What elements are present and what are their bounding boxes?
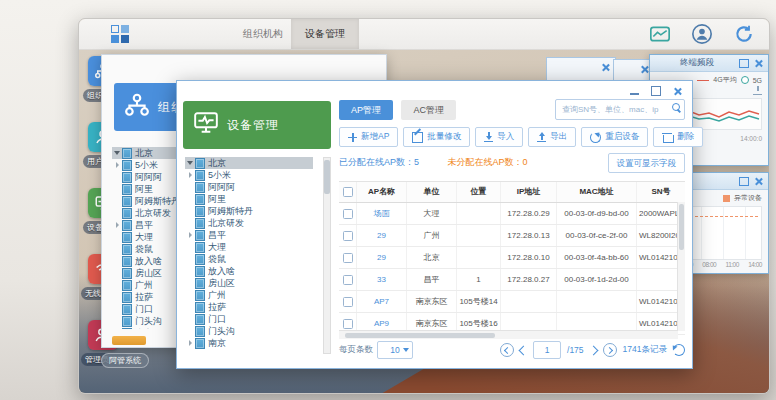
chart-icon[interactable] — [649, 23, 671, 45]
tree-item[interactable]: 阿里 — [185, 193, 323, 205]
minimize-icon[interactable] — [630, 88, 639, 95]
previous-page-button[interactable] — [519, 345, 529, 355]
maximize-icon[interactable] — [651, 86, 661, 96]
tree-item[interactable]: 5小米 — [185, 169, 323, 181]
row-checkbox[interactable] — [343, 275, 353, 285]
ap-name-link[interactable]: 33 — [357, 269, 407, 290]
dialog-right-pane: AP管理 AC管理 新增AP批量修改导入导出重启设备删除 已分配在线AP数：5 … — [339, 99, 685, 362]
refresh-icon[interactable] — [733, 23, 755, 45]
row-checkbox[interactable] — [343, 253, 353, 263]
tree-item[interactable]: 阿阿阿 — [185, 181, 323, 193]
total-pages: /175 — [567, 345, 584, 355]
tree-item-label: 门头沟 — [208, 325, 235, 337]
caret-right-icon — [189, 232, 192, 238]
tree-scrollbar[interactable] — [323, 157, 331, 354]
tree-item[interactable]: 阿姆斯特丹 — [185, 205, 323, 217]
table-cell: 105号楼14 — [457, 291, 501, 312]
building-icon — [195, 326, 205, 337]
row-checkbox-cell — [339, 225, 357, 246]
building-icon — [122, 244, 132, 255]
page-number-input[interactable] — [533, 341, 561, 359]
table-row[interactable]: AP7南京东区105号楼14WL014210F328000 — [339, 291, 685, 313]
tree-item[interactable]: 房山区 — [185, 277, 323, 289]
building-icon — [195, 278, 205, 289]
tree-item[interactable]: 大理 — [185, 241, 323, 253]
download-icon[interactable] — [753, 86, 762, 95]
ap-name-link[interactable]: 场面 — [357, 203, 407, 224]
edit-icon — [412, 132, 423, 143]
tree-item[interactable]: 北京研发 — [185, 217, 323, 229]
search-input[interactable] — [560, 101, 664, 118]
tab-ap-management[interactable]: AP管理 — [339, 100, 393, 120]
table-vertical-scrollbar[interactable] — [677, 202, 685, 331]
close-icon[interactable] — [754, 59, 763, 68]
table-horizontal-scrollbar[interactable] — [339, 330, 678, 339]
ap-ac-tabs: AP管理 AC管理 — [339, 99, 685, 121]
table-row[interactable]: 33昌平1172.28.0.2700-03-0f-1d-2d-00 — [339, 269, 685, 291]
tree-item[interactable]: 放入啥 — [185, 265, 323, 277]
ap-name-link[interactable]: 29 — [357, 225, 407, 246]
per-page-label: 每页条数 — [339, 344, 373, 356]
tree-item[interactable]: 广州 — [185, 289, 323, 301]
add-ap-button[interactable]: 新增AP — [339, 127, 398, 147]
row-checkbox[interactable] — [343, 297, 353, 307]
user-account-icon[interactable] — [691, 23, 713, 45]
popout-icon[interactable] — [739, 177, 749, 186]
tab-ac-management[interactable]: AC管理 — [401, 100, 456, 120]
search-icon[interactable] — [672, 103, 680, 111]
device-monitor-icon — [193, 111, 219, 139]
tree-item-label: 阿阿阿 — [208, 181, 235, 193]
desktop: 组织机构 设备管理 组织机构用户管理设备管理无线网络配置管理员管理 — [0, 0, 776, 400]
table-cell: 广州 — [407, 225, 457, 246]
tree-item[interactable]: 南京 — [185, 337, 323, 349]
tree-item[interactable]: 昌平 — [185, 229, 323, 241]
column-header: 位置 — [457, 182, 501, 202]
app-logo-icon — [111, 25, 129, 43]
delete-button[interactable]: 删除 — [653, 127, 703, 147]
column-header: SN号 — [637, 182, 685, 202]
close-icon[interactable] — [640, 65, 649, 74]
toolbar-button-label: 导出 — [550, 131, 567, 143]
ap-name-link[interactable]: 29 — [357, 247, 407, 268]
restart-icon — [590, 132, 601, 143]
tree-caret — [185, 340, 195, 346]
close-icon[interactable] — [601, 63, 610, 72]
restart-device-button[interactable]: 重启设备 — [581, 127, 648, 147]
building-icon — [122, 256, 132, 267]
export-button[interactable]: 导出 — [528, 127, 576, 147]
tree-item[interactable]: 门头沟 — [185, 325, 323, 337]
row-checkbox[interactable] — [343, 231, 353, 241]
tree-item[interactable]: 拉萨 — [185, 301, 323, 313]
set-visible-fields-button[interactable]: 设置可显示字段 — [608, 153, 686, 173]
table-row[interactable]: 场面大理172.28.0.2900-03-0f-d9-bd-002000WAPL… — [339, 203, 685, 225]
tree-item[interactable]: 北京 — [185, 157, 313, 169]
close-icon[interactable] — [673, 87, 682, 96]
batch-edit-button[interactable]: 批量修改 — [403, 127, 470, 147]
table-row[interactable]: 29广州172.28.0.1300-03-0f-ce-2f-00WL8200I2… — [339, 225, 685, 247]
first-page-button[interactable] — [500, 343, 514, 357]
popout-icon[interactable] — [739, 59, 749, 68]
tree-item[interactable]: 袋鼠 — [185, 253, 323, 265]
toolbar-button-label: 新增AP — [361, 131, 389, 143]
caret-open-icon — [114, 151, 120, 155]
org-action-button[interactable] — [112, 336, 146, 345]
table-row[interactable]: 29北京172.28.0.1000-03-0f-4a-bb-60WL014210… — [339, 247, 685, 269]
row-checkbox[interactable] — [343, 319, 353, 329]
tree-item-label: 北京研发 — [208, 217, 244, 229]
refresh-table-icon[interactable] — [673, 344, 685, 356]
building-icon — [122, 148, 132, 159]
import-button[interactable]: 导入 — [475, 127, 523, 147]
select-all-checkbox[interactable] — [343, 187, 353, 197]
ap-name-link[interactable]: AP7 — [357, 291, 407, 312]
next-page-button[interactable] — [588, 345, 598, 355]
row-checkbox[interactable] — [343, 209, 353, 219]
tab-organization[interactable]: 组织机构 — [229, 19, 297, 49]
close-icon[interactable] — [754, 177, 763, 186]
caret-right-icon — [116, 222, 119, 228]
building-icon — [122, 316, 132, 327]
per-page-select[interactable]: 10 — [377, 341, 413, 359]
last-page-button[interactable] — [603, 343, 617, 357]
tree-item[interactable]: 门口 — [185, 313, 323, 325]
tab-device-management[interactable]: 设备管理 — [291, 19, 359, 49]
tree-item-label: 阿姆斯特丹 — [208, 205, 253, 217]
